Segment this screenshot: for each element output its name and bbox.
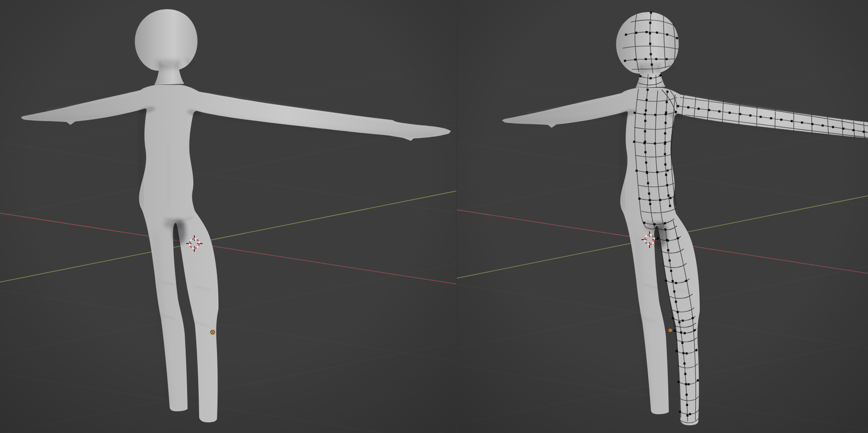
left-origin-dot — [211, 330, 215, 334]
3d-viewport-canvas[interactable] — [0, 0, 868, 433]
left-vignette — [0, 0, 457, 433]
screenshot-stage — [0, 0, 868, 433]
viewport-seam — [456, 0, 457, 433]
right-origin-dot — [668, 328, 672, 332]
left-viewport[interactable] — [0, 0, 457, 433]
right-viewport[interactable] — [457, 0, 868, 433]
